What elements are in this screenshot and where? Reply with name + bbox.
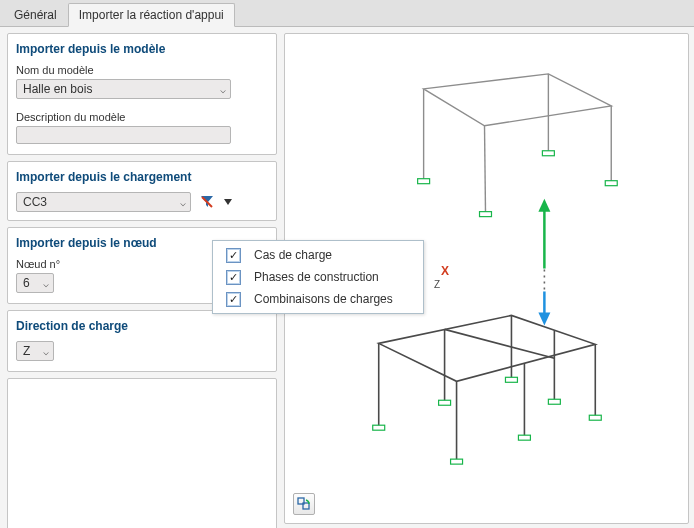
checkmark-icon: ✓ — [229, 272, 238, 283]
label-model-description: Description du modèle — [16, 111, 268, 123]
panel-title-direction: Direction de charge — [16, 319, 268, 333]
svg-rect-17 — [373, 425, 385, 430]
svg-line-4 — [485, 126, 486, 212]
label-model-name: Nom du modèle — [16, 64, 268, 76]
pin-filter-icon — [199, 194, 215, 210]
caret-down-icon — [224, 199, 232, 205]
chevron-down-icon: ⌵ — [43, 278, 49, 289]
select-node-number[interactable]: 6 ⌵ — [16, 273, 54, 293]
checkmark-icon: ✓ — [229, 250, 238, 261]
select-load-combo-value: CC3 — [23, 195, 47, 209]
refresh-structure-icon — [297, 497, 311, 511]
select-load-direction[interactable]: Z ⌵ — [16, 341, 54, 361]
filter-button[interactable] — [197, 192, 217, 212]
axis-x-label: X — [441, 264, 449, 278]
panel-title-loading: Importer depuis le chargement — [16, 170, 268, 184]
axis-z-label: Z — [434, 279, 440, 290]
popup-item-load-combinations[interactable]: ✓ Combinaisons de charges — [216, 288, 420, 310]
svg-rect-22 — [451, 459, 463, 464]
select-node-number-value: 6 — [23, 276, 30, 290]
svg-rect-7 — [605, 181, 617, 186]
panel-title-model: Importer depuis le modèle — [16, 42, 268, 56]
svg-rect-6 — [542, 151, 554, 156]
svg-rect-18 — [439, 400, 451, 405]
svg-line-9 — [445, 329, 555, 358]
input-model-description[interactable] — [16, 126, 231, 144]
viewport-action-button[interactable] — [293, 493, 315, 515]
select-model-name[interactable]: Halle en bois ⌵ — [16, 79, 231, 99]
popup-item-label: Cas de charge — [254, 248, 332, 262]
panel-import-from-loading: Importer depuis le chargement CC3 ⌵ — [7, 161, 277, 221]
svg-rect-19 — [505, 377, 517, 382]
svg-rect-21 — [589, 415, 601, 420]
left-column: Importer depuis le modèle Nom du modèle … — [0, 27, 284, 528]
svg-rect-8 — [480, 212, 492, 217]
svg-rect-5 — [418, 179, 430, 184]
svg-rect-23 — [518, 435, 530, 440]
panel-empty — [7, 378, 277, 528]
chevron-down-icon: ⌵ — [220, 84, 226, 95]
tab-import-support-reaction[interactable]: Importer la réaction d'appui — [68, 3, 235, 27]
svg-rect-20 — [548, 399, 560, 404]
select-load-combo[interactable]: CC3 ⌵ — [16, 192, 191, 212]
select-load-direction-value: Z — [23, 344, 30, 358]
popup-item-label: Phases de construction — [254, 270, 379, 284]
filter-popup: ✓ Cas de charge ✓ Phases de construction… — [212, 240, 424, 314]
tab-bar: Général Importer la réaction d'appui — [0, 0, 694, 27]
chevron-down-icon: ⌵ — [180, 197, 186, 208]
panel-import-from-model: Importer depuis le modèle Nom du modèle … — [7, 33, 277, 155]
popup-item-construction-phases[interactable]: ✓ Phases de construction — [216, 266, 420, 288]
popup-item-label: Combinaisons de charges — [254, 292, 393, 306]
select-model-name-value: Halle en bois — [23, 82, 92, 96]
popup-item-load-cases[interactable]: ✓ Cas de charge — [216, 244, 420, 266]
checkmark-icon: ✓ — [229, 294, 238, 305]
filter-dropdown-button[interactable] — [223, 192, 233, 212]
panel-load-direction: Direction de charge Z ⌵ — [7, 310, 277, 372]
chevron-down-icon: ⌵ — [43, 346, 49, 357]
tab-general[interactable]: Général — [3, 3, 68, 26]
